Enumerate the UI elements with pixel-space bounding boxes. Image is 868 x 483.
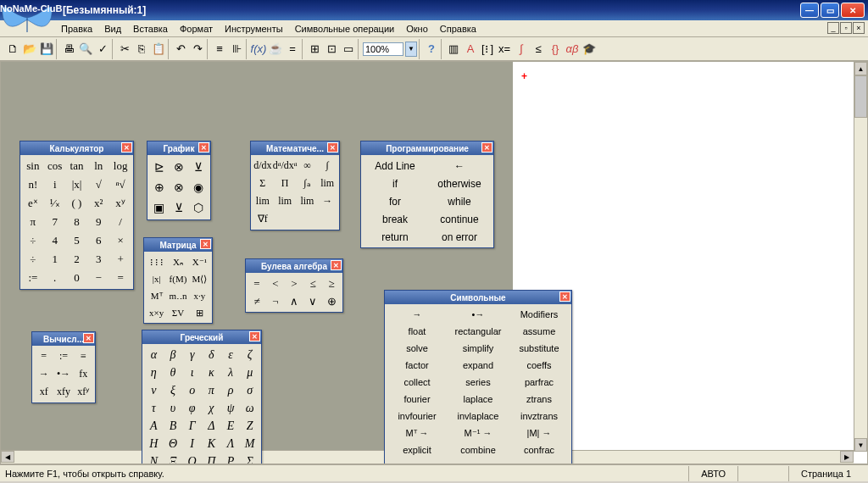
palette-cell[interactable]: π [202, 381, 221, 399]
palette-cell[interactable]: lim [317, 175, 337, 192]
palette-cell[interactable]: |x| [66, 175, 88, 194]
palette-cell[interactable]: Add Line [363, 157, 427, 175]
palette-cell[interactable]: 1 [44, 250, 66, 269]
palette-cell[interactable]: confrac [509, 441, 570, 458]
palette-cell[interactable]: ⊕ [322, 292, 341, 310]
palette-cell[interactable]: Xₙ [167, 253, 188, 270]
palette-cell[interactable]: |M| → [509, 425, 570, 441]
print-icon[interactable]: 🖶 [61, 42, 76, 57]
palette-cell[interactable]: invztrans [509, 408, 570, 425]
palette-cell[interactable]: lim [298, 192, 318, 210]
vertical-scrollbar[interactable]: ▲ ▼ [854, 62, 867, 452]
pal-prog-icon[interactable]: {} [548, 42, 563, 57]
palette-cell[interactable]: ⫶⫶⫶ [146, 253, 167, 270]
palette-cell[interactable]: expand [448, 357, 509, 374]
palette-cell[interactable]: fx [74, 365, 93, 383]
palette-cell[interactable]: ρ [221, 381, 241, 399]
palette-cell[interactable]: 4 [44, 231, 66, 250]
palette-cell[interactable]: 5 [66, 231, 88, 250]
palette-cell[interactable]: λ [221, 364, 241, 381]
palette-cell[interactable]: η [144, 364, 164, 381]
palette-cell[interactable]: ω [240, 399, 259, 417]
palette-cell[interactable]: . [44, 269, 66, 287]
palette-cell[interactable]: simplify [448, 340, 509, 357]
mdi-close[interactable]: × [853, 22, 865, 34]
palette-cell[interactable]: xʸ [109, 194, 131, 213]
palette-cell[interactable] [448, 458, 509, 464]
palette-cell[interactable]: ⊗ [169, 177, 188, 197]
palette-cell[interactable]: ▣ [149, 197, 169, 218]
palette-cell[interactable]: ∞ [298, 157, 318, 175]
palette-cell[interactable]: Λ [221, 435, 241, 452]
palette-cell[interactable]: tan [66, 157, 88, 175]
palette-cell[interactable]: ( ) [66, 194, 88, 213]
open-icon[interactable]: 📂 [22, 42, 37, 57]
palette-cell[interactable]: 8 [66, 213, 88, 231]
pal-graph-icon[interactable]: A [463, 42, 478, 57]
palette-cell[interactable]: M⟨⟩ [189, 270, 210, 287]
align2-icon[interactable]: ⊪ [229, 42, 244, 57]
palette-cell[interactable] [273, 210, 298, 228]
palette-cell[interactable]: x×y [146, 304, 167, 321]
cut-icon[interactable]: ✂ [117, 42, 132, 57]
palette-matrix[interactable]: Матрица✕ ⫶⫶⫶XₙX⁻¹|x|f(M)M⟨⟩Mᵀm‥nx·yx×yΣV… [143, 237, 213, 324]
palette-cell[interactable]: 7 [44, 213, 66, 231]
palette-cell[interactable]: •→ [448, 306, 509, 323]
palette-cell[interactable]: explicit [387, 441, 448, 458]
palette-cell[interactable]: xfʸ [74, 383, 93, 401]
palette-cell[interactable]: ⬡ [189, 197, 209, 218]
zoom-dropdown-icon[interactable]: ▼ [405, 42, 417, 57]
palette-cell[interactable]: > [285, 275, 303, 292]
palette-cell[interactable]: M⁻¹ → [448, 425, 509, 441]
pal-greek-icon[interactable]: αβ [565, 42, 580, 57]
palette-cell[interactable]: := [53, 347, 73, 365]
palette-cell[interactable]: ι [182, 364, 202, 381]
palette-cell[interactable]: ε [221, 346, 241, 364]
palette-cell[interactable]: ⊗ [169, 157, 188, 177]
palette-cell[interactable]: ÷ [22, 250, 44, 269]
palette-cell[interactable]: ≠ [248, 292, 266, 310]
palette-cell[interactable]: break [363, 210, 427, 228]
palette-cell[interactable]: rewrite [387, 458, 448, 464]
palette-cell[interactable]: Ε [221, 417, 241, 435]
pal-sym-icon[interactable]: 🎓 [581, 42, 597, 57]
palette-cell[interactable]: θ [164, 364, 183, 381]
palette-cell[interactable]: n! [22, 175, 44, 194]
palette-cell[interactable]: assume [509, 323, 570, 340]
close-button[interactable]: ✕ [841, 3, 865, 18]
align-icon[interactable]: ≡ [212, 42, 227, 57]
palette-math[interactable]: Математиче...✕ d/dxdⁿ/dxⁿ∞∫ΣΠ∫ₐlimlimlim… [250, 141, 340, 230]
palette-cell[interactable]: i [44, 175, 66, 194]
palette-cell[interactable] [317, 210, 337, 228]
palette-programming[interactable]: Программирование✕ Add Line←ifotherwisefo… [360, 141, 494, 248]
palette-cell[interactable]: ψ [221, 399, 241, 417]
palette-cell[interactable]: → [317, 192, 337, 210]
palette-cell[interactable]: υ [164, 399, 183, 417]
palette-cell[interactable]: ztrans [509, 391, 570, 408]
palette-cell[interactable]: 2 [66, 250, 88, 269]
palette-cell[interactable]: → [34, 365, 53, 383]
palette-cell[interactable]: ln [87, 157, 109, 175]
palette-cell[interactable]: Mᵀ → [387, 425, 448, 441]
palette-cell[interactable]: γ [182, 346, 202, 364]
scroll-right-icon[interactable]: ▶ [840, 451, 854, 463]
scroll-down-icon[interactable]: ▼ [854, 438, 867, 452]
menu-format[interactable]: Формат [180, 24, 213, 34]
palette-calculator[interactable]: Калькулятор✕ sincostanlnlogn!i|x|√ⁿ√eˣ¹⁄… [19, 141, 134, 290]
equal-icon[interactable]: = [285, 42, 300, 57]
palette-cell[interactable]: τ [144, 399, 164, 417]
close-icon[interactable]: ✕ [481, 142, 492, 153]
palette-cell[interactable]: Σ [240, 452, 259, 464]
palette-cell[interactable]: rectangular [448, 323, 509, 340]
palette-cell[interactable]: α [144, 346, 164, 364]
palette-cell[interactable]: Ο [182, 452, 202, 464]
palette-greek[interactable]: Греческий✕ αβγδεζηθικλμνξοπρστυφχψωΑΒΓΔΕ… [142, 330, 262, 464]
close-icon[interactable]: ✕ [200, 239, 211, 249]
palette-cell[interactable]: 0 [66, 269, 88, 287]
palette-cell[interactable]: while [427, 192, 492, 210]
palette-cell[interactable]: Ρ [221, 452, 241, 464]
mdi-minimize[interactable]: _ [827, 22, 839, 34]
palette-cell[interactable]: ÷ [22, 231, 44, 250]
palette-cell[interactable]: dⁿ/dxⁿ [273, 157, 298, 175]
palette-cell[interactable]: Δ [202, 417, 221, 435]
